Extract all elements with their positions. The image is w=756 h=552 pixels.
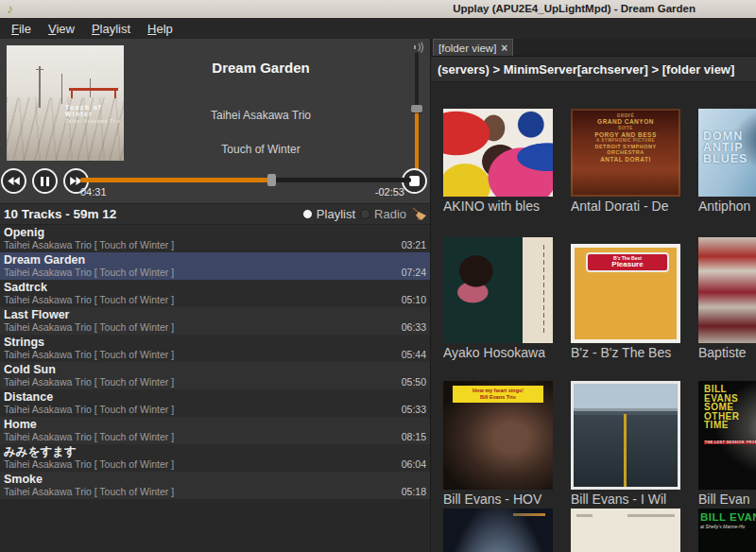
cover-pole [61,74,62,104]
track-row[interactable]: みみをすます Taihei Asakawa Trio [ Touch of Wi… [0,444,430,472]
cover-text: BILLEVANSSOMEOTHERTIMETHE LOST SESSIONFR… [704,385,756,447]
track-duration: 05:50 [402,376,426,388]
album-label: Bill Evans - I Wil [571,490,698,509]
track-row[interactable]: Home Taihei Asakawa Trio [ Touch of Wint… [0,417,430,444]
album-cell[interactable]: GROFÉGRAND CANYONSUITEPORGY AND BESSA SY… [571,88,698,216]
album-label: Ayako Hosokawa [443,343,571,362]
cover-text: How my heart sings!Bill Evans Trio [453,386,542,403]
playlist-mode-radio[interactable]: Playlist [302,207,355,221]
cover-text: BILL EVANSat Shelly's Manne-Ho [700,511,756,529]
track-artist: Taihei Asakawa Trio [ Touch of Winter ] [4,376,174,388]
track-title: Cold Sun [4,363,426,376]
album-grid-row: AKINO with bles GROFÉGRAND CANYONSUITEPO… [443,88,756,216]
seek-handle[interactable] [267,174,276,186]
track-artist: Taihei Asakawa Trio [ Touch of Winter ] [4,404,174,416]
album-cover-art: BILL EVANSat Shelly's Manne-Ho [698,509,756,552]
track-row[interactable]: Smoke Taihei Asakawa Trio [ Touch of Win… [0,472,430,499]
seek-fill [80,178,272,182]
album-label: Bill Evans - HOV [443,490,571,509]
album-cover-art [443,109,553,197]
track-title: Smoke [4,473,426,486]
previous-button[interactable] [1,168,26,194]
player-pane: Touch of Winter Taihei Asakawa Trio Drea… [0,39,430,552]
album-cell[interactable]: B'z The BestPleasure B'z - B'z The Bes [571,216,698,362]
album-cover-art [443,509,553,552]
track-artist: Taihei Asakawa Trio [ Touch of Winter ] [4,486,174,498]
cover-red-gate [69,88,118,91]
track-duration: 06:04 [402,458,426,471]
track-row[interactable]: Distance Taihei Asakawa Trio [ Touch of … [0,389,430,417]
album-cell[interactable] [443,509,571,552]
tab-close-icon[interactable]: × [501,43,507,54]
album-cover-art: GROFÉGRAND CANYONSUITEPORGY AND BESSA SY… [571,109,680,197]
menu-item-view[interactable]: View [40,20,83,38]
album-grid-row: Ayako Hosokawa B'z The BestPleasure B'z … [443,216,756,362]
album-cover-art: B'z The BestPleasure [571,244,680,343]
mode-switch: Playlist Radio [302,207,430,221]
album-label: B'z - B'z The Bes [571,343,698,362]
track-row[interactable]: Strings Taihei Asakawa Trio [ Touch of W… [0,335,430,362]
track-duration: 07:24 [402,267,426,279]
album-cell[interactable]: BAPTISTE TROBREXMUS Baptiste [698,216,756,362]
track-artist: Taihei Asakawa Trio [ Touch of Winter ] [4,267,174,279]
clear-playlist-broom-icon[interactable] [411,207,427,221]
track-row[interactable]: Sadtrck Taihei Asakawa Trio [ Touch of W… [0,280,430,307]
album-cell[interactable]: Bill Evans - I Wil [571,362,698,509]
track-row[interactable]: Dream Garden Taihei Asakawa Trio [ Touch… [0,252,430,280]
volume-fill [415,109,419,175]
now-playing-panel: Touch of Winter Taihei Asakawa Trio Drea… [0,39,430,203]
radio-mode-radio[interactable]: Radio [360,207,406,221]
track-list: Openig Taihei Asakawa Trio [ Touch of Wi… [0,225,430,552]
album-grid-row: How my heart sings!Bill Evans Trio Bill … [443,362,756,509]
tab-folder-view[interactable]: [folder view] × [433,39,513,56]
album-cell[interactable]: AKINO with bles [443,88,571,216]
browser-tabbar: [folder view] × [431,39,756,57]
track-row[interactable]: Last Flower Taihei Asakawa Trio [ Touch … [0,307,430,335]
track-title: Distance [4,390,426,404]
track-row[interactable]: Openig Taihei Asakawa Trio [ Touch of Wi… [0,225,430,252]
album-cell[interactable]: Ayako Hosokawa [443,216,571,362]
album-cell[interactable]: DOMNANTIPBLUES Antiphon [698,88,756,216]
album-art: Touch of Winter Taihei Asakawa Trio [7,45,124,161]
track-artist: Taihei Asakawa Trio [ Touch of Winter ] [4,239,174,251]
menu-item-playlist[interactable]: Playlist [83,20,139,38]
volume-handle[interactable] [411,105,422,112]
album-cover-art: DOMNANTIPBLUES [698,109,756,197]
album-cell[interactable]: How my heart sings!Bill Evans Trio Bill … [443,362,571,509]
volume-slider[interactable] [415,52,419,175]
album-cover-art [443,237,553,343]
menu-item-file[interactable]: File [3,20,40,38]
now-playing-album: Touch of Winter [124,143,398,156]
album-cell[interactable]: BILLEVANSSOMEOTHERTIMETHE LOST SESSIONFR… [698,362,756,509]
album-cell[interactable]: BILL EVANSat Shelly's Manne-Ho [698,509,756,552]
album-cell[interactable] [571,509,698,552]
radio-dot-off [360,209,370,219]
now-playing-title: Dream Garden [124,60,398,76]
time-elapsed: 04:31 [80,186,107,198]
menu-item-help[interactable]: Help [139,20,181,38]
breadcrumb[interactable]: (servers) > MinimServer[archserver] > [f… [431,57,756,82]
pause-button[interactable] [32,168,58,194]
seek-slider[interactable] [80,178,411,182]
track-duration: 05:44 [402,349,426,361]
cover-pole [39,66,41,108]
menubar: FileViewPlaylistHelp [0,18,756,39]
album-cover-art [571,381,680,490]
track-title: Openig [4,226,426,239]
cover-title-text: Touch of Winter Taihei Asakawa Trio [65,104,124,124]
track-row[interactable]: Cold Sun Taihei Asakawa Trio [ Touch of … [0,362,430,389]
track-title: みみをすます [4,445,426,458]
track-title: Sadtrck [4,281,426,294]
cover-text: B'z The BestPleasure [586,252,669,272]
track-title: Dream Garden [4,253,426,267]
track-artist: Taihei Asakawa Trio [ Touch of Winter ] [4,431,174,443]
track-duration: 05:33 [402,404,426,416]
track-duration: 05:10 [402,294,426,306]
now-playing-artist: Taihei Asakawa Trio [124,109,398,122]
track-artist: Taihei Asakawa Trio [ Touch of Winter ] [4,349,174,361]
library-pane: [folder view] × (servers) > MinimServer[… [430,39,756,552]
window-title: Upplay (APU2E4_UpLightMpd) - Dream Garde… [453,0,696,18]
track-artist: Taihei Asakawa Trio [ Touch of Winter ] [4,294,174,306]
radio-dot-on [302,209,313,219]
album-cover-art: BILLEVANSSOMEOTHERTIMETHE LOST SESSIONFR… [698,381,756,490]
